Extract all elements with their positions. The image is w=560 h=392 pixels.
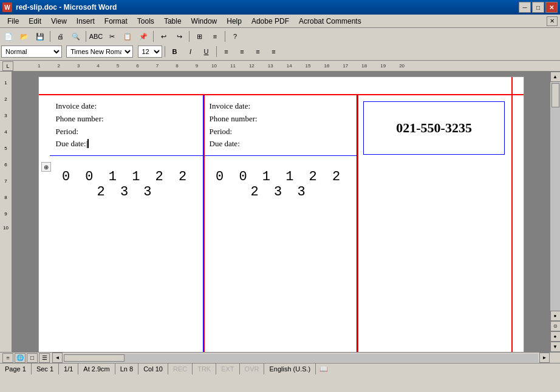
- table-button[interactable]: ⊞: [192, 30, 207, 43]
- col1-account-number: 0 0 1 1 2 2 2 3 3: [56, 162, 197, 207]
- col3-phone-number: 021-550-3235: [370, 108, 499, 148]
- title-bar-left: W red-slip.doc - Microsoft Word: [2, 2, 117, 12]
- document-page: ⊕ Invoice date: Phone numb: [38, 76, 524, 352]
- menu-table[interactable]: Table: [159, 15, 186, 27]
- save-button[interactable]: 💾: [33, 30, 47, 43]
- scroll-right-button[interactable]: ►: [539, 353, 550, 363]
- spell-check-button[interactable]: ABC: [89, 30, 103, 43]
- bold-button[interactable]: B: [168, 45, 182, 58]
- redo-button[interactable]: ↪: [172, 30, 186, 43]
- status-bottom-row: Page 1 Sec 1 1/1 At 2.9cm Ln 8 Col 10 RE…: [0, 363, 560, 374]
- undo-button[interactable]: ↩: [156, 30, 171, 43]
- col2-period-label: Period:: [210, 126, 350, 138]
- select-browse-button[interactable]: ⊙: [550, 321, 561, 331]
- status-bar-area: ≡ 🌐 □ ☰ ◄ ► Page 1 Sec 1 1/1 At 2.9cm Ln…: [0, 352, 560, 374]
- cut-button[interactable]: ✂: [104, 30, 119, 43]
- normal-view-button[interactable]: ≡: [2, 353, 13, 363]
- h-scroll-track[interactable]: [64, 354, 538, 362]
- size-select[interactable]: 12: [138, 46, 162, 58]
- window-title: red-slip.doc - Microsoft Word: [16, 3, 117, 12]
- align-left-button[interactable]: ≡: [219, 45, 234, 58]
- status-trk: TRK: [193, 363, 216, 374]
- scroll-left-button[interactable]: ◄: [52, 353, 63, 363]
- maximize-button[interactable]: □: [532, 2, 544, 13]
- minimize-button[interactable]: ─: [519, 2, 531, 13]
- copy-button[interactable]: 📋: [120, 30, 135, 43]
- col2-invoice-label: Invoice date:: [210, 100, 350, 113]
- title-bar: W red-slip.doc - Microsoft Word ─ □ ✕: [0, 0, 560, 15]
- col1-info-cell: Invoice date: Phone number: Period: Due …: [50, 95, 203, 156]
- menu-acrobat-comments[interactable]: Acrobat Comments: [294, 15, 366, 27]
- align-center-button[interactable]: ≡: [235, 45, 250, 58]
- menu-file[interactable]: File: [2, 15, 24, 27]
- close-button[interactable]: ✕: [545, 2, 558, 13]
- align-right-button[interactable]: ≡: [251, 45, 265, 58]
- title-controls: ─ □ ✕: [519, 2, 558, 13]
- menu-close-btn[interactable]: ✕: [547, 16, 558, 26]
- col2-number-cell: 0 0 1 1 2 2 2 3 3: [203, 156, 357, 352]
- italic-button[interactable]: I: [183, 45, 198, 58]
- status-lang-icon: 📖: [316, 365, 332, 373]
- toolbar-area: 📄 📂 💾 🖨 🔍 ABC ✂ 📋 📌 ↩ ↪ ⊞ ≡ ? Normal Tim…: [0, 28, 560, 61]
- menu-bar: File Edit View Insert Format Tools Table…: [0, 15, 560, 28]
- menu-tools[interactable]: Tools: [132, 15, 159, 27]
- table-columns: Invoice date: Phone number: Period: Due …: [50, 95, 511, 352]
- prev-page-button[interactable]: ●: [550, 311, 561, 321]
- open-button[interactable]: 📂: [17, 30, 32, 43]
- outline-view-button[interactable]: ☰: [39, 353, 50, 363]
- col2-account-number: 0 0 1 1 2 2 2 3 3: [210, 162, 350, 207]
- separator-2: [86, 31, 86, 42]
- status-col: Col 10: [138, 363, 168, 374]
- col3-phone-cell: 021-550-3235: [363, 101, 505, 155]
- status-page-of: 1/1: [59, 363, 78, 374]
- menu-window[interactable]: Window: [186, 15, 222, 27]
- menu-insert[interactable]: Insert: [72, 15, 100, 27]
- status-at: At 2.9cm: [78, 363, 115, 374]
- scrollbar-row: ≡ 🌐 □ ☰ ◄ ►: [0, 353, 560, 363]
- col1-invoice-label: Invoice date:: [56, 100, 197, 113]
- document-area[interactable]: ⊕ Invoice date: Phone numb: [12, 72, 550, 352]
- new-button[interactable]: 📄: [1, 30, 16, 43]
- menu-view[interactable]: View: [46, 15, 72, 27]
- style-select[interactable]: Normal: [1, 46, 62, 58]
- web-view-button[interactable]: 🌐: [15, 353, 26, 363]
- status-lang: English (U.S.): [264, 363, 316, 374]
- status-rec: REC: [168, 363, 193, 374]
- font-select[interactable]: Times New Roman: [66, 46, 133, 58]
- col2-due-label: Due date:: [210, 138, 350, 150]
- right-scrollbar: ▲ ● ⊙ ● ▼: [550, 72, 560, 352]
- col3: 021-550-3235: [357, 95, 511, 352]
- menu-help[interactable]: Help: [222, 15, 247, 27]
- status-page: Page 1: [0, 363, 32, 374]
- justify-button[interactable]: ≡: [267, 45, 281, 58]
- menu-format[interactable]: Format: [100, 15, 132, 27]
- separator-6: [165, 46, 165, 57]
- next-page-button[interactable]: ●: [550, 331, 561, 342]
- col1-period-label: Period:: [56, 126, 197, 138]
- col2-info-cell: Invoice date: Phone number: Period: Due …: [203, 95, 357, 156]
- status-ln: Ln 8: [115, 363, 138, 374]
- view-icons: ≡ 🌐 □ ☰: [0, 353, 52, 363]
- menu-edit[interactable]: Edit: [24, 15, 46, 27]
- menu-adobe-pdf[interactable]: Adobe PDF: [247, 15, 294, 27]
- h-scroll-thumb[interactable]: [64, 354, 125, 362]
- paste-button[interactable]: 📌: [136, 30, 151, 43]
- scroll-track[interactable]: [550, 82, 560, 311]
- col1: Invoice date: Phone number: Period: Due …: [50, 95, 203, 352]
- help-button[interactable]: ?: [228, 30, 242, 43]
- print-view-button[interactable]: □: [27, 353, 38, 363]
- separator-1: [50, 31, 50, 42]
- col1-labels: Invoice date: Phone number: Period: Due …: [56, 100, 197, 150]
- print-preview-button[interactable]: 🔍: [69, 30, 83, 43]
- red-divider-right: [357, 95, 358, 352]
- scroll-up-button[interactable]: ▲: [550, 72, 561, 82]
- col1-due-label: Due date:|: [56, 138, 197, 150]
- print-button[interactable]: 🖨: [53, 30, 67, 43]
- scroll-down-button[interactable]: ▼: [550, 342, 561, 352]
- ruler: L 1 2 3 4 5 6 7 8 9 10 11 12 13 14 15 16…: [0, 61, 560, 72]
- underline-button[interactable]: U: [199, 45, 214, 58]
- scroll-thumb[interactable]: [551, 83, 559, 107]
- columns-button[interactable]: ≡: [208, 30, 222, 43]
- red-border-right: [511, 77, 513, 352]
- toolbar-row-2: Normal Times New Roman 12 B I U ≡ ≡ ≡ ≡: [1, 44, 559, 59]
